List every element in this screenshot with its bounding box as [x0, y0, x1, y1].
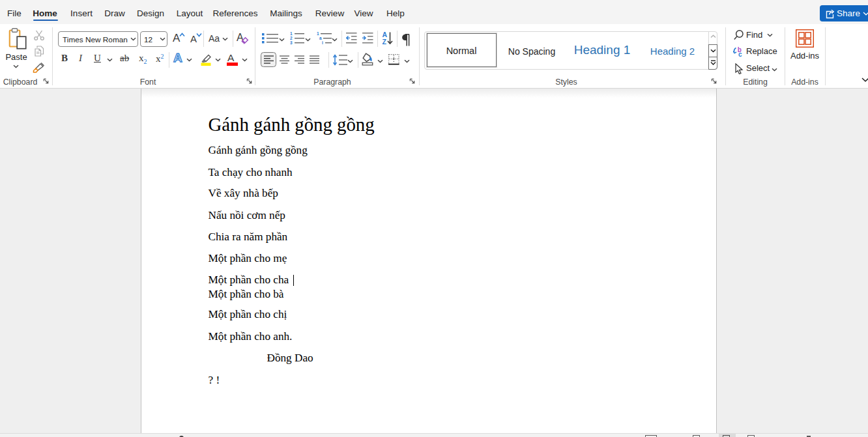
svg-text:A: A [383, 31, 388, 38]
svg-text:i: i [322, 40, 323, 44]
svg-text:2: 2 [290, 36, 293, 40]
svg-text:a: a [319, 36, 322, 40]
svg-text:1: 1 [290, 31, 293, 36]
svg-text:c: c [738, 51, 742, 57]
svg-text:3: 3 [290, 40, 293, 44]
svg-text:1: 1 [317, 31, 319, 36]
svg-text:Z: Z [383, 38, 387, 46]
